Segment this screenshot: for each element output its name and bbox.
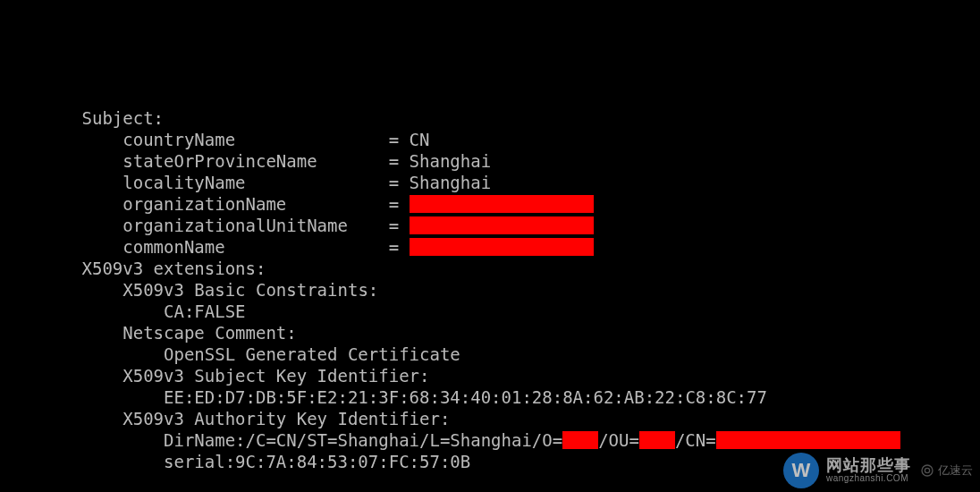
svg-point-0: [922, 465, 933, 476]
brand-logo-icon: W: [783, 453, 819, 488]
redaction-aki-CN: [716, 431, 900, 449]
subject-organizationalUnitName: organizationalUnitName =: [0, 216, 594, 235]
subject-header: Subject:: [0, 108, 164, 128]
netscape-value: OpenSSL Generated Certificate: [0, 344, 460, 364]
basic-constraints-value: CA:FALSE: [0, 301, 246, 321]
redaction-organizationalUnitName: [410, 216, 594, 234]
cloud-icon: [920, 463, 934, 478]
subject-localityName: localityName = Shanghai: [0, 173, 491, 192]
brand-cn: 网站那些事: [826, 457, 911, 474]
ski-value: EE:ED:D7:DB:5F:E2:21:3F:68:34:40:01:28:8…: [0, 387, 767, 407]
redaction-aki-O: [562, 431, 598, 449]
netscape-label: Netscape Comment:: [0, 323, 297, 343]
svg-point-1: [925, 468, 929, 472]
redaction-commonName: [410, 238, 594, 256]
ski-label: X509v3 Subject Key Identifier:: [0, 366, 429, 386]
redaction-aki-OU: [639, 431, 675, 449]
yisu-text: 亿速云: [938, 460, 973, 481]
aki-serial: serial:9C:7A:84:53:07:FC:57:0B: [0, 452, 470, 471]
subject-commonName: commonName =: [0, 237, 594, 257]
redaction-organizationName: [410, 195, 594, 213]
brand-text: 网站那些事 wangzhanshi.COM: [826, 457, 911, 483]
brand-en: wangzhanshi.COM: [826, 474, 911, 484]
terminal-output: Subject: countryName = CN stateOrProvinc…: [0, 86, 980, 492]
subject-countryName: countryName = CN: [0, 130, 429, 149]
ext-header: X509v3 extensions:: [0, 259, 266, 278]
subject-organizationName: organizationName =: [0, 194, 594, 214]
aki-label: X509v3 Authority Key Identifier:: [0, 409, 450, 428]
watermark-strip: W 网站那些事 wangzhanshi.COM 亿速云: [783, 453, 973, 488]
aki-dirname: DirName:/C=CN/ST=Shanghai/L=Shanghai/O= …: [0, 430, 900, 450]
basic-constraints-label: X509v3 Basic Constraints:: [0, 280, 378, 300]
secondary-watermark: 亿速云: [920, 460, 973, 481]
subject-stateOrProvinceName: stateOrProvinceName = Shanghai: [0, 151, 491, 171]
